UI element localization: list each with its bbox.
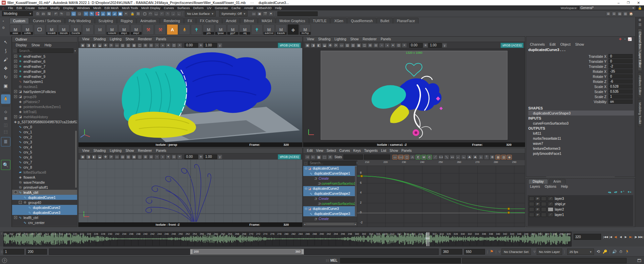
expand-toggle[interactable]: + [14, 95, 17, 98]
menu-item-graph-tangents[interactable]: Tangents [362, 149, 379, 152]
outliner-item-endfeather-6[interactable]: +✳endFeather_6 [12, 59, 77, 64]
vp-icon-7[interactable]: ▤ [345, 43, 350, 48]
channel-attr-value[interactable]: on [608, 99, 633, 104]
play-forward-button[interactable]: ▶ [623, 234, 628, 239]
ge-view-2[interactable]: ◫ [404, 155, 409, 160]
outliner-item-crv-6[interactable]: ∿crv_6 [12, 155, 77, 160]
undo-icon-0[interactable]: ↶ [53, 11, 58, 16]
ge-key-tool-3[interactable]: ⊷ [450, 155, 455, 160]
vp-icon-1[interactable]: ◨ [86, 43, 91, 48]
graph-tree-duplicatedcurveshape2-5[interactable]: ∿duplicatedCurveShape2 [303, 191, 357, 196]
menu-item-main-surfaces[interactable]: Surfaces [175, 6, 192, 10]
shelf-item-tpose[interactable]: Mtpose [215, 24, 226, 35]
vp-icon-11[interactable]: ⊞ [143, 155, 148, 159]
render-icon-1[interactable]: ▣ [257, 11, 262, 16]
move-layer-up-icon[interactable]: ◂▴ [608, 190, 611, 194]
rotate-tool[interactable]: ↻ [1, 73, 10, 81]
channel-node-texturedeformer3[interactable]: textureDeformer3 [528, 146, 635, 151]
vp-icon-3[interactable]: ⬓ [322, 43, 327, 48]
vp-icon-4[interactable]: ✥ [103, 155, 108, 159]
tangent-c-icon[interactable]: C [427, 155, 432, 160]
menu-item-viewport-panels[interactable]: Panels [379, 37, 393, 41]
playback-start-field[interactable] [26, 249, 47, 255]
layer-display-box[interactable] [541, 213, 546, 217]
shelf-tab-animation[interactable]: Animation [137, 18, 160, 24]
channel-node-wave7[interactable]: wave7 [528, 141, 635, 146]
layer-swatch[interactable]: ⟋ [548, 213, 553, 217]
menu-item-viewport-shading[interactable]: Shading [92, 149, 108, 152]
menu-item-viewport-renderer[interactable]: Renderer [361, 37, 378, 41]
menu-item-main-display[interactable]: Display [61, 6, 75, 10]
fps-select[interactable]: 25 fps▾ [567, 249, 594, 255]
shelf-item-icon-11[interactable]: ⚒ [143, 24, 154, 35]
vp-icon-12[interactable]: ⊟ [373, 43, 378, 48]
outliner-item-wave7handle[interactable]: ⧉wave7Handle [12, 180, 77, 185]
home-icon[interactable]: ⌂ [2, 6, 4, 10]
vp-icon-6[interactable]: ▭ [114, 43, 119, 48]
menu-item-main-create[interactable]: Create [23, 6, 37, 10]
tangent-m-icon[interactable]: M [421, 155, 426, 160]
channel-node-polysmoothface1[interactable]: polySmoothFace1 [528, 151, 635, 156]
graph-tree-duplicatedcurveshape1-1[interactable]: ∿duplicatedCurveShape1 [303, 171, 357, 176]
shelf-tab-poly-modeling[interactable]: Poly Modeling [65, 18, 95, 24]
channel-attr-value[interactable]: -35 [608, 69, 633, 74]
expand-toggle[interactable]: + [14, 90, 17, 93]
layout-single[interactable]: ◇ [1, 108, 10, 115]
layer-row-layer1[interactable]: P⟋layer1 [528, 212, 633, 217]
outliner-item-primitivefalloff1[interactable]: ⧉primitiveFalloff1 [12, 185, 77, 190]
menu-item-viewport-show[interactable]: Show [124, 37, 136, 41]
vp-icon-11[interactable]: ⊞ [143, 43, 148, 48]
no-live-surface-select[interactable]: No Live Surface▾ [185, 11, 216, 16]
vp-icon-0[interactable]: ▣ [80, 155, 85, 159]
channel-attr-value[interactable]: -2 [608, 64, 633, 69]
paint-select-tool[interactable]: 🖌 [1, 55, 10, 63]
snap-icon-5[interactable]: ⊿ [112, 11, 117, 16]
ge-key-tool-2[interactable]: ＼ [444, 155, 449, 160]
shelf-item-obj[interactable]: Mobj [239, 24, 251, 35]
front-canvas[interactable] [78, 160, 302, 222]
vp-icon-6[interactable]: ▭ [339, 43, 344, 48]
menu-item-main-file[interactable]: File [6, 6, 15, 10]
vp-icon-17[interactable]: ⌖ [177, 155, 182, 159]
vp-icon-13[interactable]: ◔ [379, 43, 384, 48]
outliner-item-duplicatedcurve1[interactable]: ∿duplicatedCurve1 [12, 195, 77, 200]
menu-item-main-help[interactable]: Help [273, 6, 283, 10]
select-mode-icon-2[interactable]: ◲ [77, 11, 82, 16]
new-layer-selected-icon[interactable]: ✦▪ [627, 190, 631, 194]
outliner-search-input[interactable] [17, 48, 73, 53]
vp-icon-15[interactable]: ✦ [390, 43, 395, 48]
menu-item-viewport-panels[interactable]: Panels [154, 149, 168, 152]
channel-attr-value[interactable]: 1 [608, 94, 633, 99]
menu-item-viewport-renderer[interactable]: Renderer [136, 37, 154, 41]
vp-icon-10[interactable]: ◫ [137, 43, 142, 48]
shelf-item-icon-12[interactable]: ⚒ [155, 24, 166, 35]
layer-row-shiplyr[interactable]: P⟋shipLyr [528, 201, 633, 207]
shelf-item-breakb[interactable]: MbreakB [46, 24, 57, 35]
next-key-button[interactable]: ▶| [628, 234, 633, 239]
snap-icon-1[interactable]: ✎ [89, 11, 94, 16]
shelf-item-icon-2[interactable]: 🖵 [34, 24, 45, 35]
channel-attr-value[interactable]: 0.535 [608, 89, 633, 94]
menu-item-main-deform[interactable]: Deform [192, 6, 205, 10]
workspace-select[interactable]: General*▾ [579, 6, 636, 10]
shelf-tab-fx-caching[interactable]: FX Caching [196, 18, 222, 24]
channel-attr-value[interactable]: 0 [608, 54, 633, 58]
channel-attr-value[interactable]: 0.528 [608, 84, 633, 89]
graph-tree-curvefromsurfaceiso2-l-7[interactable]: ⊐curveFromSurfaceIso2.l [303, 201, 357, 206]
outliner-item-crv-2[interactable]: ∿crv_2 [12, 134, 77, 139]
snap-icon-6[interactable]: ▦ [118, 11, 123, 16]
layer-display-box[interactable] [541, 202, 546, 206]
shelf-item-icon-23[interactable]: ◆ [287, 24, 299, 35]
menu-item-graph-keys[interactable]: Keys [352, 149, 362, 152]
zoom-select-tool[interactable]: 🔍 [1, 160, 10, 170]
anim-layer-dropdown-icon[interactable]: ▽ [534, 250, 536, 253]
layer-swatch[interactable] [548, 207, 553, 212]
graph-tree-duplicatedcurveshape3-9[interactable]: ∿duplicatedCurveShape3 [303, 211, 357, 216]
vp-icon-9[interactable]: ▦ [131, 155, 137, 159]
shelf-tab-bullet[interactable]: Bullet [377, 18, 393, 24]
collapse-icon[interactable]: ⊖ [305, 167, 307, 170]
ge-key-tool-9[interactable]: ⤒ [484, 155, 489, 160]
menu-item-viewport-lighting[interactable]: Lighting [108, 149, 123, 152]
shelf-item-noiseat[interactable]: MnoiseAt [106, 24, 118, 35]
shelf-tab-rigging[interactable]: Rigging [117, 18, 137, 24]
